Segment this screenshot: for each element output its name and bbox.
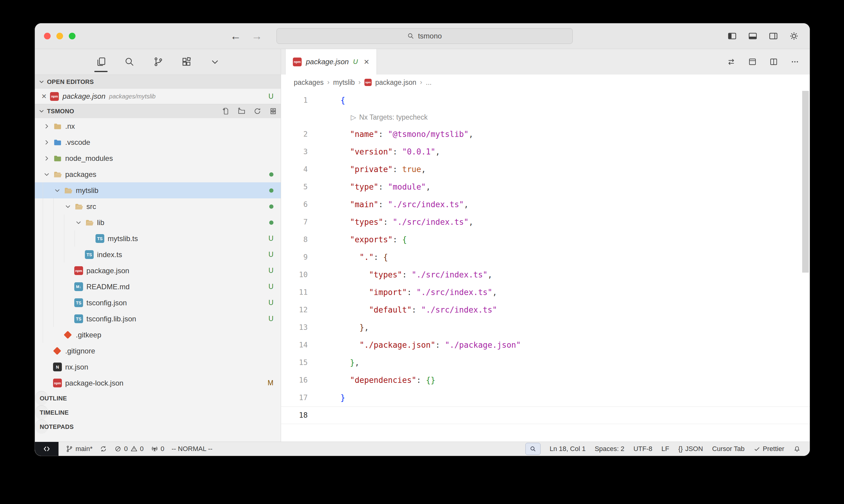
open-editors-header[interactable]: OPEN EDITORS (35, 74, 281, 89)
tree-item-.gitkeep[interactable]: .gitkeep (35, 327, 281, 343)
source-control-icon[interactable] (151, 49, 165, 74)
minimize-window-button[interactable] (56, 33, 63, 39)
problems-item[interactable]: 0 0 (114, 445, 144, 453)
tree-item-nx.json[interactable]: Nnx.json (35, 359, 281, 375)
remote-indicator[interactable] (35, 442, 58, 456)
close-editor-icon[interactable]: × (41, 92, 46, 101)
code-line-11[interactable]: 11 "import": "./src/index.ts", (281, 284, 810, 301)
folder-icon (53, 122, 65, 131)
language-text: JSON (685, 445, 703, 453)
sync-changes-button[interactable] (100, 445, 107, 452)
language-mode[interactable]: {} JSON (678, 445, 703, 453)
forward-button[interactable]: → (252, 31, 262, 41)
tree-item-mytslib.ts[interactable]: TSmytslib.tsU (35, 231, 281, 247)
zoom-indicator[interactable] (526, 443, 540, 455)
breadcrumb-packages[interactable]: packages (294, 78, 324, 87)
code-line-14[interactable]: 14 "./package.json": "./package.json" (281, 336, 810, 354)
code-text: "default": "./src/index.ts" (321, 301, 497, 319)
code-line-1[interactable]: 1{ (281, 91, 810, 109)
vim-mode-indicator[interactable]: -- NORMAL -- (172, 445, 212, 453)
more-views-chevron-icon[interactable] (208, 49, 222, 74)
open-changes-icon[interactable] (727, 57, 736, 66)
workspace-name: TSMONO (47, 108, 74, 115)
code-line-12[interactable]: 12 "default": "./src/index.ts" (281, 301, 810, 319)
outline-section-header[interactable]: OUTLINE (35, 391, 48, 405)
code-line-8[interactable]: 8 "exports": { (281, 231, 810, 248)
tree-item-node_modules[interactable]: node_modules (35, 150, 281, 166)
toggle-secondary-sidebar-icon[interactable] (769, 31, 778, 41)
git-branch-item[interactable]: main* (66, 445, 92, 453)
code-line-16[interactable]: 16 "dependencies": {} (281, 371, 810, 389)
eol-setting[interactable]: LF (661, 445, 669, 453)
token: "./src/index.ts" (412, 270, 487, 279)
new-folder-icon[interactable] (238, 107, 245, 115)
back-button[interactable]: ← (230, 31, 241, 41)
encoding-setting[interactable]: UTF-8 (633, 445, 652, 453)
explorer-icon[interactable] (94, 49, 108, 74)
line-number: 16 (281, 371, 321, 389)
toggle-panel-icon[interactable] (748, 31, 758, 41)
search-view-icon[interactable] (123, 49, 136, 74)
breadcrumb-package-json[interactable]: package.json (375, 78, 416, 87)
workspace-header[interactable]: TSMONO (35, 104, 281, 118)
breadcrumb-symbol-ellipsis[interactable]: ... (426, 78, 432, 87)
code-line-13[interactable]: 13 }, (281, 319, 810, 336)
tree-item-package-lock.json[interactable]: npmpackage-lock.jsonM (35, 375, 281, 391)
notepads-section-header[interactable]: NOTEPADS (35, 419, 48, 434)
notifications-bell-icon[interactable] (793, 445, 800, 452)
tab-package-json[interactable]: npm package.json U × (285, 49, 377, 74)
code-line-10[interactable]: 10 "types": "./src/index.ts", (281, 266, 810, 284)
code-line-4[interactable]: 4 "private": true, (281, 161, 810, 178)
maximize-window-button[interactable] (69, 33, 75, 39)
formatter-item[interactable]: Prettier (754, 445, 784, 453)
ports-item[interactable]: 0 (151, 445, 164, 453)
token: , (421, 165, 426, 174)
more-actions-icon[interactable] (790, 57, 799, 66)
tree-item-.vscode[interactable]: .vscode (35, 134, 281, 150)
tree-item-src[interactable]: src (35, 198, 281, 214)
tree-item-package.json[interactable]: npmpackage.jsonU (35, 263, 281, 278)
tree-item-tsconfig.lib.json[interactable]: TStsconfig.lib.jsonU (35, 311, 281, 327)
code-editor[interactable]: 1{▷Nx Targets: typecheck2 "name": "@tsmo… (281, 90, 810, 442)
extensions-icon[interactable] (180, 49, 193, 74)
tree-item-index.ts[interactable]: TSindex.tsU (35, 247, 281, 263)
code-line-5[interactable]: 5 "type": "module", (281, 178, 810, 196)
tree-item-tsconfig.json[interactable]: TStsconfig.jsonU (35, 295, 281, 311)
token: "@tsmono/mytslib" (388, 130, 469, 139)
timeline-section-header[interactable]: TIMELINE (35, 405, 48, 419)
split-editor-icon[interactable] (769, 57, 778, 66)
close-window-button[interactable] (44, 33, 51, 39)
codelens-row[interactable]: ▷Nx Targets: typecheck (281, 109, 810, 125)
code-line-17[interactable]: 17} (281, 389, 810, 407)
command-center-search[interactable]: tsmono (276, 28, 573, 44)
close-tab-icon[interactable]: × (364, 57, 369, 66)
code-line-7[interactable]: 7 "types": "./src/index.ts", (281, 213, 810, 231)
toggle-primary-sidebar-icon[interactable] (727, 31, 737, 41)
breadcrumb-mytslib[interactable]: mytslib (333, 78, 355, 87)
open-editor-item[interactable]: × npm package.json packages/mytslib U (35, 89, 281, 104)
indentation-setting[interactable]: Spaces: 2 (595, 445, 624, 453)
token: : (378, 200, 383, 209)
refresh-explorer-icon[interactable] (254, 107, 261, 115)
token: "private" (350, 165, 393, 174)
tree-item-.gitignore[interactable]: .gitignore (35, 343, 281, 359)
code-line-6[interactable]: 6 "main": "./src/index.ts", (281, 196, 810, 213)
new-file-icon[interactable] (222, 107, 230, 115)
editor-scrollbar[interactable] (802, 91, 809, 273)
tree-item-mytslib[interactable]: mytslib (35, 182, 281, 198)
code-line-18[interactable]: 18 (281, 407, 810, 424)
code-line-9[interactable]: 9 ".": { (281, 248, 810, 266)
code-line-3[interactable]: 3 "version": "0.0.1", (281, 143, 810, 161)
tree-item-.nx[interactable]: .nx (35, 118, 281, 134)
settings-gear-icon[interactable] (789, 31, 799, 41)
tree-item-README.md[interactable]: M↓README.mdU (35, 278, 281, 295)
cursor-tab-toggle[interactable]: Cursor Tab (712, 445, 744, 453)
tree-item-packages[interactable]: packages (35, 166, 281, 182)
code-line-15[interactable]: 15 }, (281, 354, 810, 371)
open-preview-icon[interactable] (748, 57, 757, 66)
code-line-2[interactable]: 2 "name": "@tsmono/mytslib", (281, 125, 810, 143)
collapse-all-icon[interactable] (269, 107, 277, 115)
codelens-action[interactable]: ▷Nx Targets: typecheck (321, 109, 428, 125)
cursor-position[interactable]: Ln 18, Col 1 (550, 445, 586, 453)
tree-item-lib[interactable]: lib (35, 214, 281, 231)
